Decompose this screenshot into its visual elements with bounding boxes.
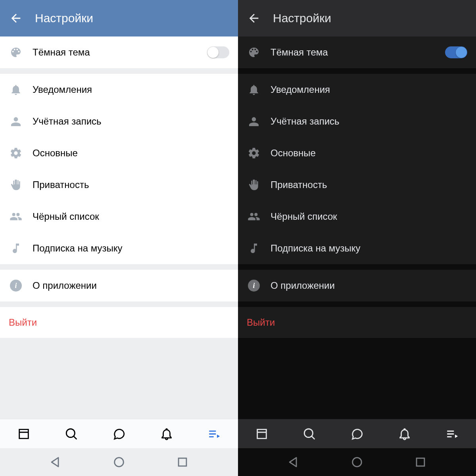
dark-theme-label: Тёмная тема xyxy=(33,47,198,58)
notifications-row[interactable]: Уведомления xyxy=(238,74,476,106)
tab-search[interactable] xyxy=(301,425,318,443)
bottom-tab-bar xyxy=(238,419,476,448)
settings-panel-light: Настройки Тёмная тема Уведомления Учётна… xyxy=(0,0,238,476)
account-label: Учётная запись xyxy=(33,116,229,127)
logout-label: Выйти xyxy=(247,317,275,328)
logout-button[interactable]: Выйти xyxy=(238,307,476,338)
android-back[interactable] xyxy=(285,453,302,471)
page-title: Настройки xyxy=(35,12,93,25)
hand-icon xyxy=(9,178,23,192)
about-label: О приложении xyxy=(271,280,467,291)
svg-point-0 xyxy=(115,458,124,467)
notifications-label: Уведомления xyxy=(33,84,229,95)
gear-icon xyxy=(9,146,23,160)
logout-button[interactable]: Выйти xyxy=(0,307,238,338)
privacy-row[interactable]: Приватность xyxy=(238,169,476,201)
info-icon: i xyxy=(247,278,261,293)
bell-icon xyxy=(247,83,261,97)
bell-outline-icon xyxy=(160,427,173,441)
person-icon xyxy=(9,114,23,129)
privacy-row[interactable]: Приватность xyxy=(0,169,238,201)
svg-rect-1 xyxy=(178,458,186,466)
android-home[interactable] xyxy=(348,453,366,471)
logout-label: Выйти xyxy=(9,317,37,328)
blacklist-row[interactable]: Чёрный список xyxy=(238,201,476,232)
general-row[interactable]: Основные xyxy=(0,137,238,169)
section-divider xyxy=(238,68,476,74)
menu-play-icon xyxy=(207,427,221,441)
about-section: i О приложении xyxy=(0,270,238,301)
chat-icon xyxy=(350,427,364,441)
music-icon xyxy=(247,241,261,255)
account-label: Учётная запись xyxy=(271,116,467,127)
tab-messages[interactable] xyxy=(348,425,366,443)
tab-menu[interactable] xyxy=(443,425,461,443)
theme-section: Тёмная тема xyxy=(0,36,238,68)
about-row[interactable]: i О приложении xyxy=(0,270,238,301)
music-row[interactable]: Подписка на музыку xyxy=(238,232,476,264)
back-button[interactable] xyxy=(246,10,262,26)
bell-outline-icon xyxy=(398,427,411,441)
dark-theme-label: Тёмная тема xyxy=(271,47,436,58)
section-divider xyxy=(0,264,238,270)
general-label: Основные xyxy=(33,148,229,159)
dark-theme-row[interactable]: Тёмная тема xyxy=(238,36,476,68)
music-row[interactable]: Подписка на музыку xyxy=(0,232,238,264)
spacer xyxy=(238,338,476,419)
tab-feed[interactable] xyxy=(15,425,33,443)
account-row[interactable]: Учётная запись xyxy=(238,106,476,137)
dark-theme-toggle[interactable] xyxy=(445,46,467,58)
about-row[interactable]: i О приложении xyxy=(238,270,476,301)
section-divider xyxy=(238,301,476,307)
main-section: Уведомления Учётная запись Основные Прив… xyxy=(238,74,476,264)
tab-notifications[interactable] xyxy=(158,425,175,443)
android-home[interactable] xyxy=(110,453,128,471)
tab-messages[interactable] xyxy=(110,425,128,443)
section-divider xyxy=(0,301,238,307)
tab-feed[interactable] xyxy=(253,425,271,443)
feed-icon xyxy=(255,427,269,441)
android-back[interactable] xyxy=(47,453,64,471)
people-icon xyxy=(9,209,23,224)
back-arrow-icon xyxy=(9,12,23,25)
tab-notifications[interactable] xyxy=(396,425,413,443)
notifications-row[interactable]: Уведомления xyxy=(0,74,238,106)
android-recents[interactable] xyxy=(174,453,191,471)
search-icon xyxy=(303,427,316,441)
info-icon: i xyxy=(9,278,23,293)
back-arrow-icon xyxy=(247,12,261,25)
notifications-label: Уведомления xyxy=(271,84,467,95)
back-button[interactable] xyxy=(8,10,24,26)
privacy-label: Приватность xyxy=(271,179,467,190)
main-section: Уведомления Учётная запись Основные Прив… xyxy=(0,74,238,264)
svg-point-2 xyxy=(353,458,362,467)
gear-icon xyxy=(247,146,261,160)
search-icon xyxy=(65,427,78,441)
tab-menu[interactable] xyxy=(205,425,223,443)
music-label: Подписка на музыку xyxy=(33,243,229,254)
blacklist-label: Чёрный список xyxy=(271,211,467,222)
blacklist-row[interactable]: Чёрный список xyxy=(0,201,238,232)
person-icon xyxy=(247,114,261,129)
dark-theme-toggle[interactable] xyxy=(207,46,229,58)
general-label: Основные xyxy=(271,148,467,159)
system-nav-bar xyxy=(238,448,476,476)
appbar: Настройки xyxy=(238,0,476,36)
music-label: Подписка на музыку xyxy=(271,243,467,254)
blacklist-label: Чёрный список xyxy=(33,211,229,222)
general-row[interactable]: Основные xyxy=(238,137,476,169)
feed-icon xyxy=(17,427,31,441)
music-icon xyxy=(9,241,23,255)
account-row[interactable]: Учётная запись xyxy=(0,106,238,137)
svg-rect-3 xyxy=(416,458,424,466)
section-divider xyxy=(238,264,476,270)
about-section: i О приложении xyxy=(238,270,476,301)
tab-search[interactable] xyxy=(63,425,80,443)
dark-theme-row[interactable]: Тёмная тема xyxy=(0,36,238,68)
section-divider xyxy=(0,68,238,74)
android-recents[interactable] xyxy=(412,453,429,471)
settings-panel-dark: Настройки Тёмная тема Уведомления Учётна… xyxy=(238,0,476,476)
chat-icon xyxy=(112,427,126,441)
menu-play-icon xyxy=(445,427,459,441)
bottom-tab-bar xyxy=(0,419,238,448)
